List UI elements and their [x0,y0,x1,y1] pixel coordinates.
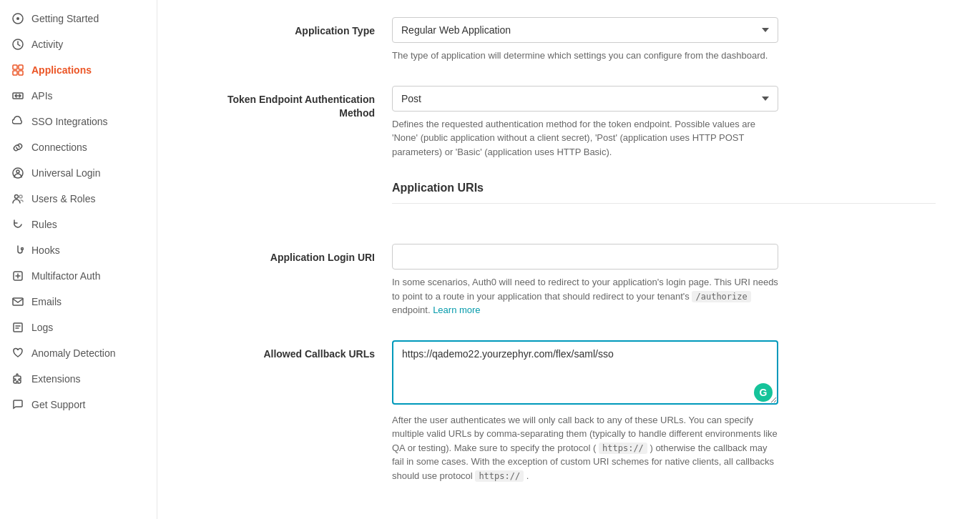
main-content: Application Type Native Single Page Appl… [157,0,980,519]
grammarly-icon: G [754,383,773,402]
chat-icon [11,398,24,411]
sidebar-item-hooks[interactable]: Hooks [0,237,157,263]
activity-icon [11,38,24,51]
application-uris-section: Application URIs [192,182,946,221]
sidebar-item-support[interactable]: Get Support [0,392,157,417]
sidebar-item-extensions[interactable]: Extensions [0,366,157,392]
learn-more-link[interactable]: Learn more [433,305,480,315]
sidebar-item-rules[interactable]: Rules [0,212,157,237]
login-uri-label: Application Login URI [192,244,392,265]
login-uri-content: https://qademo22.yourzephyr.com/flex/sam… [392,244,778,317]
svg-rect-14 [13,298,23,305]
sidebar-item-anomaly[interactable]: Anomaly Detection [0,340,157,366]
circle-dot-icon [11,12,24,25]
sidebar-item-multifactor[interactable]: Multifactor Auth [0,263,157,289]
grid-icon [11,64,24,76]
login-uri-row: Application Login URI https://qademo22.y… [192,244,946,317]
application-type-content: Native Single Page Application Regular W… [392,17,778,63]
svg-rect-15 [14,323,22,332]
callback-urls-textarea-wrapper: https://qademo22.yourzephyr.com/flex/sam… [392,340,778,407]
application-type-row: Application Type Native Single Page Appl… [192,17,946,63]
svg-rect-6 [19,71,23,75]
login-uri-description: In some scenarios, Auth0 will need to re… [392,275,778,317]
sidebar-item-apis[interactable]: APIs [0,83,157,109]
svg-point-12 [21,248,24,250]
hook-icon [11,244,24,257]
multifactor-icon [11,270,24,282]
callback-urls-row: Allowed Callback URLs https://qademo22.y… [192,340,946,483]
heart-icon [11,347,24,360]
sidebar-item-emails[interactable]: Emails [0,289,157,315]
callback-urls-textarea[interactable]: https://qademo22.yourzephyr.com/flex/sam… [392,340,778,405]
sidebar-item-applications[interactable]: Applications [0,57,157,83]
callback-urls-content: https://qademo22.yourzephyr.com/flex/sam… [392,340,778,483]
svg-point-10 [15,195,19,199]
callback-urls-label: Allowed Callback URLs [192,340,392,362]
svg-rect-4 [19,65,23,69]
sidebar-item-connections[interactable]: Connections [0,134,157,160]
sidebar-item-getting-started[interactable]: Getting Started [0,6,157,31]
svg-rect-5 [13,71,17,75]
users-icon [11,192,24,205]
sidebar-item-universal-login[interactable]: Universal Login [0,160,157,186]
token-endpoint-select[interactable]: None Post Basic [392,86,778,112]
sidebar-item-users-roles[interactable]: Users & Roles [0,186,157,212]
application-type-label: Application Type [192,17,392,39]
callback-urls-description: After the user authenticates we will onl… [392,413,778,483]
sidebar-item-logs[interactable]: Logs [0,315,157,340]
link-icon [11,141,24,154]
api-icon [11,89,24,102]
application-type-description: The type of application will determine w… [392,49,778,63]
svg-point-1 [16,17,19,20]
user-circle-icon [11,167,24,179]
sidebar-item-sso[interactable]: SSO Integrations [0,109,157,134]
application-type-select[interactable]: Native Single Page Application Regular W… [392,17,778,43]
token-endpoint-content: None Post Basic Defines the requested au… [392,86,778,159]
sidebar: Getting Started Activity Applications [0,0,157,519]
email-icon [11,295,24,308]
svg-rect-3 [13,65,17,69]
puzzle-icon [11,372,24,385]
svg-point-11 [19,195,22,198]
application-uris-title: Application URIs [392,182,936,204]
cloud-icon [11,115,24,128]
login-uri-input[interactable]: https://qademo22.yourzephyr.com/flex/sam… [392,244,778,270]
svg-point-9 [16,170,19,173]
token-endpoint-description: Defines the requested authentication met… [392,117,778,159]
refresh-icon [11,218,24,231]
logs-icon [11,321,24,334]
token-endpoint-row: Token Endpoint Authentication Method Non… [192,86,946,159]
token-endpoint-label: Token Endpoint Authentication Method [192,86,392,121]
sidebar-item-activity[interactable]: Activity [0,31,157,57]
